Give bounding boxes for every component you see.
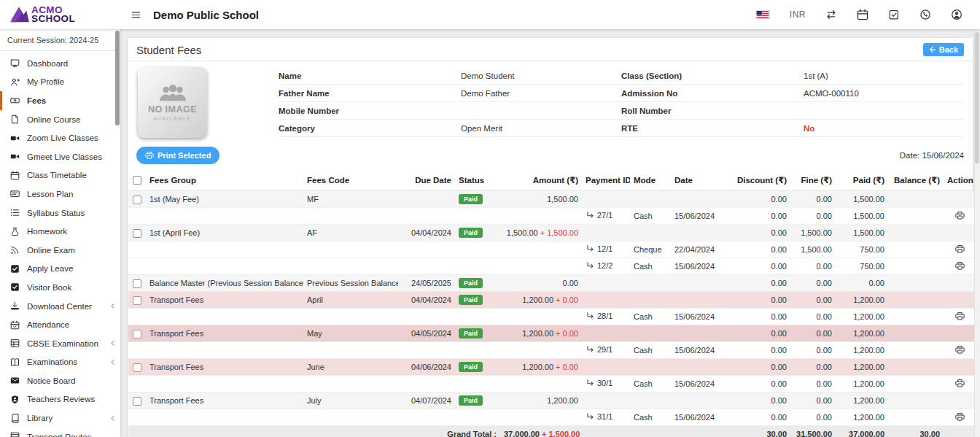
payment-id-cell: 29/1 — [582, 342, 630, 359]
row-checkbox[interactable] — [133, 363, 141, 372]
student-field-mobile-number: Mobile Number — [279, 102, 621, 120]
row-checkbox[interactable] — [133, 229, 141, 238]
print-receipt-icon[interactable] — [955, 379, 965, 390]
print-selected-button[interactable]: Print Selected — [136, 147, 219, 164]
menu-toggle-icon[interactable] — [131, 9, 141, 20]
currency-label[interactable]: INR — [790, 9, 806, 20]
sidebar-item-online-exam[interactable]: Online Exam — [0, 241, 120, 260]
fee-row: Transport FeesApril04/04/2024Paid1,200.0… — [128, 292, 976, 309]
print-receipt-icon[interactable] — [955, 345, 965, 356]
sidebar-item-dashboard[interactable]: Dashboard — [0, 54, 120, 73]
row-checkbox[interactable] — [133, 397, 141, 406]
print-receipt-icon[interactable] — [955, 261, 965, 272]
sidebar-item-download-center[interactable]: Download Center — [0, 297, 120, 316]
sidebar-item-transport-routes[interactable]: Transport Routes — [0, 428, 120, 437]
payment-id-cell: 28/1 — [582, 309, 630, 325]
field-label: Name — [279, 71, 461, 80]
sidebar-item-label: Syllabus Status — [27, 209, 116, 217]
sidebar-item-my-profile[interactable]: My Profile — [0, 73, 120, 92]
status-cell: Paid — [455, 325, 500, 342]
print-receipt-icon[interactable] — [955, 244, 965, 255]
student-field-roll-number: Roll Number — [621, 102, 964, 120]
tasks-icon[interactable] — [888, 9, 900, 20]
main-content: Student Fees Back NO IMAGE AVAILABLE Nam… — [120, 29, 980, 437]
sidebar-scrollbar-thumb[interactable] — [115, 31, 120, 125]
corner-arrow-icon — [586, 345, 594, 355]
sidebar-item-cbse-examination[interactable]: CBSE Examination — [0, 334, 120, 353]
sidebar-item-class-timetable[interactable]: Class Timetable — [0, 166, 120, 185]
grand-total-discount: 30.00 — [732, 426, 790, 437]
column-header-fine: Fine (₹) — [790, 170, 836, 191]
due-date-cell: 24/05/2025 — [398, 275, 455, 292]
print-receipt-icon[interactable] — [955, 211, 965, 222]
sidebar-item-label: Teachers Reviews — [27, 395, 116, 403]
account-icon[interactable] — [951, 9, 962, 20]
fine-cell: 0.00 — [790, 359, 836, 376]
mode-cell: Cheque — [630, 241, 671, 258]
print-receipt-icon[interactable] — [955, 412, 965, 423]
column-header-mode: Mode — [630, 170, 671, 191]
sidebar-item-syllabus-status[interactable]: Syllabus Status — [0, 204, 120, 223]
discount-cell: 0.00 — [732, 275, 790, 292]
fee-row: 1st (April Fee)AF04/04/2024Paid1,500.00 … — [128, 225, 976, 241]
session-switch-icon[interactable] — [825, 9, 837, 20]
corner-arrow-icon — [586, 379, 594, 389]
payment-subrow: 12/2Cash15/06/20240.000.00750.00 — [128, 258, 976, 275]
row-checkbox[interactable] — [133, 330, 141, 339]
corner-arrow-icon — [586, 412, 594, 422]
amount-cell: 1,500.00 — [500, 191, 582, 208]
row-checkbox[interactable] — [133, 279, 141, 288]
whatsapp-icon[interactable] — [919, 9, 931, 20]
status-cell: Paid — [455, 225, 500, 241]
sidebar-item-examinations[interactable]: Examinations — [0, 353, 120, 372]
sidebar-item-homework[interactable]: Homework — [0, 222, 120, 241]
student-field-class-section: Class (Section)1st (A) — [621, 67, 964, 85]
select-all-checkbox[interactable] — [133, 176, 141, 185]
sidebar-item-apply-leave[interactable]: Apply Leave — [0, 260, 120, 279]
sidebar-item-online-course[interactable]: Online Course — [0, 110, 120, 129]
discount-cell: 0.00 — [732, 292, 790, 309]
discount-cell: 0.00 — [732, 241, 790, 258]
paid-cell: 1,500.00 — [836, 208, 888, 225]
sidebar-item-attendance[interactable]: Attendance — [0, 315, 120, 334]
sidebar-item-lesson-plan[interactable]: Lesson Plan — [0, 185, 120, 204]
due-date-cell: 04/04/2024 — [398, 225, 455, 241]
corner-arrow-icon — [586, 312, 594, 322]
print-receipt-icon[interactable] — [955, 312, 965, 322]
fees-group-cell: Transport Fees — [146, 292, 303, 309]
sidebar-item-gmeet-live-classes[interactable]: Gmeet Live Classes — [0, 147, 120, 166]
sidebar-item-teachers-reviews[interactable]: Teachers Reviews — [0, 390, 120, 409]
content-scrollbar-track[interactable] — [974, 29, 980, 437]
sidebar-item-library[interactable]: Library — [0, 409, 120, 428]
fine-cell: 1,500.00 — [790, 241, 836, 258]
row-checkbox[interactable] — [133, 196, 141, 204]
due-date-cell: 04/05/2024 — [398, 325, 455, 342]
fine-cell: 0.00 — [790, 376, 836, 392]
sidebar-item-visitor-book[interactable]: Visitor Book — [0, 278, 120, 297]
calendar-icon[interactable] — [857, 9, 868, 20]
sidebar-item-zoom-live-classes[interactable]: Zoom Live Classes — [0, 128, 120, 147]
column-header-status: Status — [455, 170, 500, 191]
fees-code-cell: AF — [303, 225, 398, 241]
topbar-icons: INR — [755, 9, 980, 20]
field-value: ACMO-000110 — [804, 89, 859, 98]
content-scrollbar-thumb[interactable] — [975, 32, 979, 163]
sidebar-item-label: Zoom Live Classes — [27, 134, 116, 142]
language-flag-icon[interactable] — [755, 10, 770, 19]
fees-table: Fees GroupFees CodeDue DateStatusAmount … — [128, 170, 976, 437]
acmo-school-logo[interactable]: ACMO SCHOOL — [0, 5, 120, 24]
due-date-cell — [398, 191, 455, 208]
sidebar-item-notice-board[interactable]: Notice Board — [0, 371, 120, 390]
flask-icon — [10, 227, 20, 236]
logo-triangle-icon — [9, 5, 29, 24]
row-checkbox[interactable] — [133, 296, 141, 305]
corner-arrow-icon — [586, 244, 594, 255]
sidebar-item-label: Online Exam — [27, 246, 116, 255]
envelope-icon — [10, 376, 20, 385]
payment-date-cell: 15/06/2024 — [671, 376, 732, 392]
sidebar-item-fees[interactable]: Fees — [0, 91, 120, 110]
back-button[interactable]: Back — [923, 43, 964, 56]
fees-group-cell: Balance Master (Previous Session Balance… — [146, 275, 303, 292]
status-badge: Paid — [459, 395, 483, 406]
mode-cell: Cash — [630, 342, 671, 359]
